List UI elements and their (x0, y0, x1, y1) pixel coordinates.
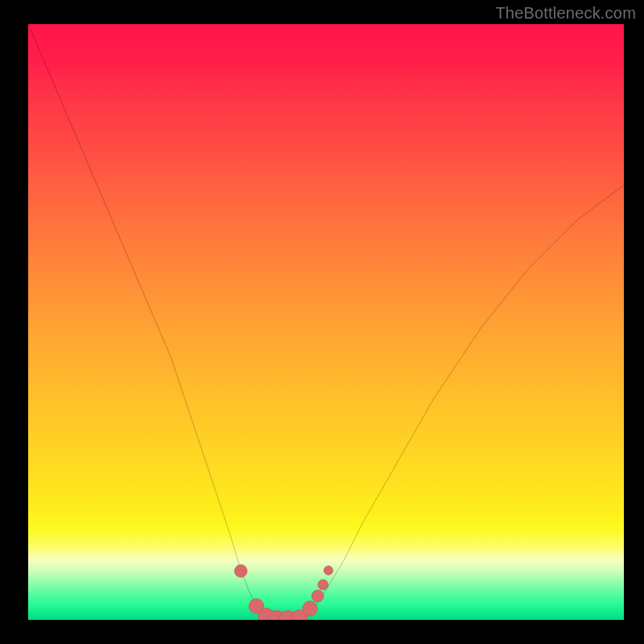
curve-marker (312, 590, 324, 602)
chart-plot-area (28, 24, 624, 620)
watermark-text: TheBottleneck.com (495, 4, 636, 23)
bottleneck-curve-svg (28, 24, 624, 620)
curve-marker (234, 565, 247, 578)
curve-marker (324, 566, 332, 575)
curve-marker (318, 580, 328, 590)
curve-marker (303, 601, 318, 617)
marker-group (234, 565, 332, 620)
bottleneck-curve-path (28, 24, 624, 620)
chart-frame: TheBottleneck.com (0, 0, 644, 644)
